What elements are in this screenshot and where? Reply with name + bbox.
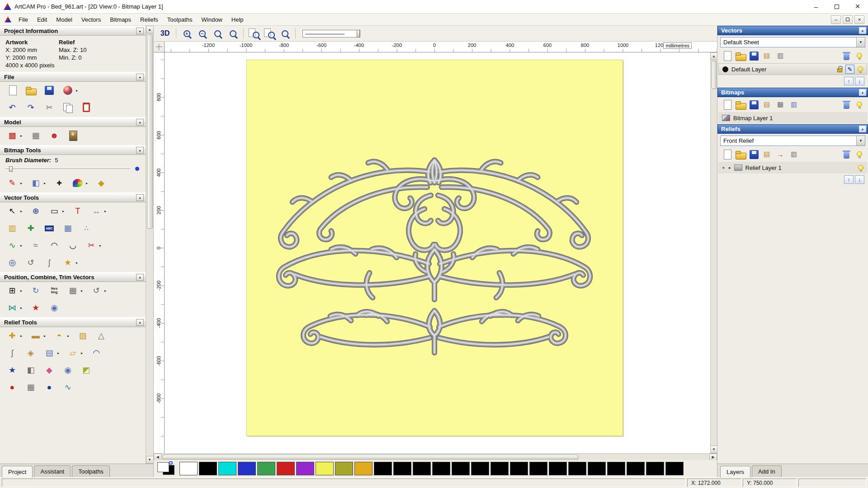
slider-handle[interactable]	[9, 166, 13, 172]
circular-copy-icon[interactable]: ↻	[29, 284, 42, 297]
angle-relief-icon[interactable]: △	[94, 329, 108, 342]
collapse-button[interactable]: ▲	[859, 126, 866, 132]
model-artwork-area[interactable]	[246, 60, 623, 436]
layer-color-swatch[interactable]	[722, 66, 728, 72]
import-relief-icon[interactable]: ▤	[761, 148, 773, 160]
set-model-size-icon[interactable]: ▩	[5, 129, 19, 142]
save-bitmap-layer-icon[interactable]	[747, 99, 759, 110]
line-width-control[interactable]	[302, 30, 360, 38]
color-swatch-25[interactable]	[665, 462, 684, 475]
fillet-icon[interactable]: ↺	[24, 256, 38, 269]
flyout-arrow-icon[interactable]: ▸	[20, 134, 24, 138]
color-swatch-13[interactable]	[432, 462, 450, 475]
tab-add-in[interactable]: Add In	[752, 465, 782, 477]
canvas[interactable]	[165, 52, 710, 453]
menu-window[interactable]: Window	[197, 14, 227, 25]
star-relief-icon[interactable]: ★	[5, 364, 19, 376]
shape-editor-icon[interactable]: ◓	[52, 329, 66, 342]
bitmap-select-icon[interactable]: ▥	[788, 99, 800, 110]
edit-layer-icon[interactable]: ✎	[845, 65, 854, 74]
zoom-out-icon[interactable]: −	[196, 28, 208, 39]
flyout-arrow-icon[interactable]: ▸	[20, 209, 24, 213]
color-swatch-20[interactable]	[568, 462, 586, 475]
create-ellipse-icon[interactable]: ◎	[5, 256, 19, 269]
smooth-polyline-icon[interactable]: ≈	[29, 239, 42, 252]
color-swatch-4[interactable]	[257, 462, 275, 475]
weave-wizard-icon[interactable]: ◈	[24, 347, 38, 359]
color-swatch-15[interactable]	[471, 462, 489, 475]
flyout-arrow-icon[interactable]: ▸	[44, 181, 47, 185]
move-layer-up-button[interactable]: ↑	[844, 77, 854, 85]
collapse-button[interactable]: ▲	[136, 28, 144, 34]
assistant-scrollbar[interactable]: ▲ ▼	[146, 26, 153, 464]
canvas-vertical-scrollbar[interactable]: ▲ ▼	[710, 52, 717, 453]
cut-icon[interactable]: ✂	[42, 101, 56, 114]
flyout-arrow-icon[interactable]: ▸	[67, 334, 71, 338]
move-layer-down-button[interactable]: ↓	[855, 77, 864, 85]
menu-toolpaths[interactable]: Toolpaths	[163, 14, 197, 25]
color-swatch-8[interactable]	[335, 462, 353, 475]
mirror-vectors-icon[interactable]: ⋈	[5, 301, 19, 314]
sculpting-tools-icon[interactable]: ✚	[5, 329, 19, 342]
color-swatch-7[interactable]	[316, 462, 334, 475]
zoom-previous-icon[interactable]	[278, 28, 291, 39]
color-swatch-10[interactable]	[374, 462, 392, 475]
add-relief-layer-icon[interactable]: +	[722, 165, 726, 170]
color-swatch-1[interactable]	[199, 462, 217, 475]
scroll-left-button[interactable]: ◀	[154, 454, 161, 460]
flyout-arrow-icon[interactable]: ▸	[104, 209, 108, 213]
scrollbar-thumb[interactable]	[712, 61, 717, 89]
relief-clipart-icon[interactable]: ☻	[47, 129, 61, 142]
mdi-minimize-button[interactable]: –	[831, 15, 841, 24]
collapse-button[interactable]: ▲	[136, 147, 144, 154]
zoom-selection-icon[interactable]	[263, 28, 276, 39]
collapse-button[interactable]: ▲	[859, 89, 866, 96]
nesting-icon[interactable]: Nes ting	[47, 284, 61, 297]
relief-grid-icon[interactable]: ▦	[24, 381, 38, 394]
collapse-button[interactable]: ▲	[136, 119, 144, 126]
color-swatch-16[interactable]	[491, 462, 509, 475]
reset-relief-icon[interactable]: ●	[5, 381, 19, 394]
flyout-arrow-icon[interactable]: ▸	[104, 289, 108, 293]
layer-visibility-icon[interactable]	[858, 66, 863, 72]
relief-layer-row[interactable]: + ▸ Relief Layer 1	[718, 162, 867, 174]
adjust-model-icon[interactable]: ▦	[29, 129, 42, 142]
block-copy-icon[interactable]: ▦	[66, 284, 80, 297]
delete-relief-layer-icon[interactable]	[840, 148, 852, 160]
collapse-button[interactable]: ▲	[136, 274, 144, 281]
menu-help[interactable]: Help	[227, 14, 248, 25]
spiral-icon[interactable]: ◉	[47, 301, 61, 314]
node-editing-icon[interactable]: ∴	[80, 222, 93, 235]
mdi-restore-button[interactable]	[843, 15, 853, 24]
relief-merge-icon[interactable]: ▥	[788, 148, 800, 160]
minimize-button[interactable]: –	[806, 0, 826, 13]
relief-layers-icon[interactable]: ▤	[42, 347, 56, 359]
color-swatch-17[interactable]	[510, 462, 528, 475]
scroll-up-button[interactable]: ▲	[146, 26, 154, 33]
extrude-relief-icon[interactable]: ◧	[24, 364, 38, 376]
collapse-button[interactable]: ▲	[136, 74, 144, 80]
scroll-right-button[interactable]: ▶	[709, 454, 717, 460]
vector-doctor-icon[interactable]: ʃ	[42, 256, 56, 269]
greyscale-image-icon[interactable]	[66, 129, 80, 142]
snap-tape-icon[interactable]: ▥	[5, 222, 19, 235]
flyout-arrow-icon[interactable]: ▸	[76, 261, 80, 265]
vector-sheet-select[interactable]: Default Sheet ▼	[720, 37, 865, 47]
redo-icon[interactable]: ↷	[24, 101, 38, 114]
save-vector-layer-icon[interactable]	[747, 50, 759, 61]
zoom-fit-icon[interactable]	[226, 28, 239, 39]
color-swatch-18[interactable]	[529, 462, 547, 475]
menu-edit[interactable]: Edit	[33, 14, 52, 25]
tab-toolpaths[interactable]: Toolpaths	[72, 465, 110, 477]
turn-relief-icon[interactable]: ◆	[42, 364, 56, 376]
create-text-icon[interactable]: T	[71, 205, 85, 217]
bezier-curve-icon[interactable]: ◠	[47, 239, 61, 252]
toggle-all-visibility-icon[interactable]	[854, 50, 865, 61]
expander-icon[interactable]: ▸	[729, 165, 731, 170]
color-swatch-24[interactable]	[646, 462, 664, 475]
mdi-close-button[interactable]: ×	[854, 15, 864, 24]
flyout-arrow-icon[interactable]: ▸	[20, 334, 24, 338]
new-vector-layer-icon[interactable]	[720, 50, 732, 61]
maximize-button[interactable]	[826, 0, 847, 13]
color-swatch-6[interactable]	[296, 462, 314, 475]
